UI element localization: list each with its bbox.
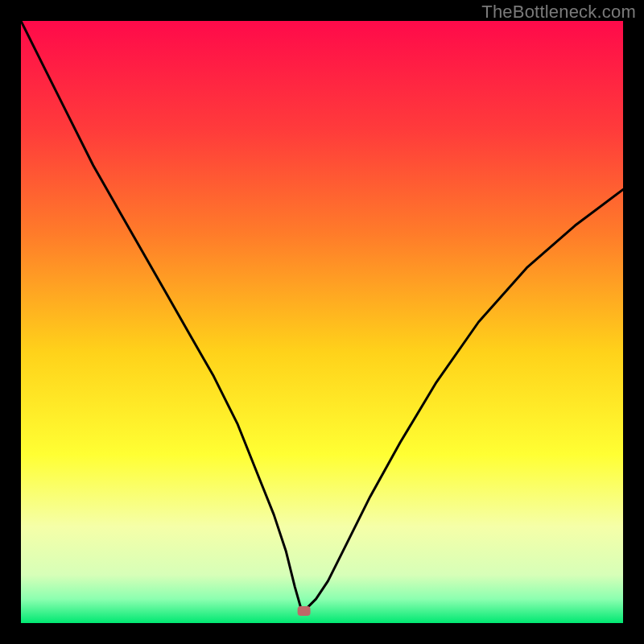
chart-svg [21, 21, 623, 623]
chart-plot-area [21, 21, 623, 623]
optimal-point-marker [298, 606, 311, 616]
gradient-background [21, 21, 623, 623]
watermark-text: TheBottleneck.com [481, 2, 636, 23]
chart-frame: TheBottleneck.com [0, 0, 644, 644]
